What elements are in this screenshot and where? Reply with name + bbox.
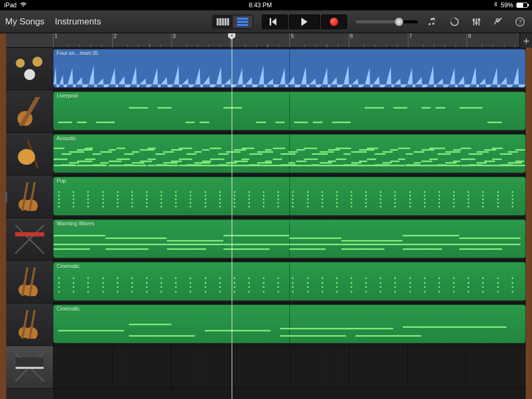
bar-number: 3: [173, 33, 176, 39]
region-title: Cinematic: [57, 263, 79, 269]
region-title: Liverpool: [57, 93, 78, 99]
wood-edge-left: [0, 33, 6, 399]
record-icon: [330, 18, 338, 26]
midi-region[interactable]: Pop: [53, 177, 526, 216]
bar-number: 6: [350, 33, 353, 39]
keyboard-icon: [14, 225, 45, 254]
help-button[interactable]: ?: [513, 15, 527, 29]
bar-number: 2: [114, 33, 117, 39]
midi-notes: [54, 230, 525, 255]
bar-number: 8: [468, 33, 471, 39]
bar-number: 5: [291, 33, 294, 39]
record-button[interactable]: [321, 15, 347, 29]
midi-notes: [54, 102, 525, 127]
track-header-drums[interactable]: [6, 48, 53, 90]
guitar-icon: [14, 140, 45, 168]
play-icon: [301, 18, 308, 26]
bar-number: 1: [55, 33, 58, 39]
wood-edge-right: [526, 33, 532, 399]
settings-button[interactable]: [491, 15, 505, 29]
bass-icon: [14, 97, 45, 126]
timeline: 1 2 3 4 5 6 7 8 ＋ 4 Four on…mset 05: [53, 33, 526, 399]
track-row[interactable]: Warming Waves: [53, 218, 526, 261]
battery-percent: 59%: [501, 2, 513, 9]
track-row[interactable]: Cinematic: [53, 303, 526, 346]
bar-number: 7: [409, 33, 413, 39]
midi-region[interactable]: Warming Waves: [53, 219, 526, 258]
region-title: Four on…mset 05: [57, 50, 98, 56]
midi-notes: [54, 188, 525, 212]
track-row[interactable]: Cinematic: [53, 261, 526, 303]
waveform-icon: [54, 61, 525, 88]
view-tracks[interactable]: [233, 16, 252, 28]
track-header-bass[interactable]: [6, 90, 53, 133]
instruments-button[interactable]: Instruments: [55, 17, 101, 27]
strings-icon: [14, 310, 45, 339]
midi-notes: [54, 145, 525, 169]
loop-browser-button[interactable]: [448, 15, 461, 29]
track-row-empty[interactable]: [53, 346, 526, 389]
synth-icon: [14, 353, 45, 381]
midi-region[interactable]: Liverpool: [53, 91, 526, 130]
svg-point-7: [478, 19, 480, 20]
region-title: Warming Waves: [57, 221, 95, 227]
tracks-area[interactable]: Four on…mset 05 Liverpool: [53, 48, 526, 399]
midi-region[interactable]: Cinematic: [53, 262, 526, 301]
track-headers: [6, 33, 53, 399]
mixer-button[interactable]: [470, 15, 483, 29]
battery-icon: [516, 3, 528, 8]
strings-icon: [14, 268, 45, 296]
bluetooth-icon: [494, 2, 498, 9]
piano-icon: [217, 18, 229, 25]
ruler[interactable]: 1 2 3 4 5 6 7 8 ＋: [53, 33, 526, 48]
track-row[interactable]: Liverpool: [53, 90, 526, 133]
track-header-keys[interactable]: [6, 218, 53, 261]
midi-region[interactable]: Cinematic: [53, 304, 526, 343]
svg-rect-0: [270, 18, 271, 25]
ruler-gutter: [6, 33, 53, 48]
svg-point-5: [473, 19, 475, 21]
my-songs-button[interactable]: My Songs: [5, 17, 45, 27]
wifi-icon: [20, 2, 27, 9]
tracks-icon: [237, 18, 248, 26]
track-header-strings-1[interactable]: [6, 176, 53, 218]
track-header-strings-2[interactable]: [6, 261, 53, 303]
drums-icon: [14, 55, 45, 83]
track-header-synth[interactable]: [6, 346, 53, 389]
add-section-button[interactable]: ＋: [520, 33, 532, 48]
rewind-button[interactable]: [262, 15, 288, 29]
device-label: iPad: [4, 2, 17, 9]
audio-region[interactable]: Four on…mset 05: [53, 49, 526, 88]
track-row[interactable]: Four on…mset 05: [53, 48, 526, 90]
clock: 8:43 PM: [249, 2, 272, 9]
play-button[interactable]: [289, 15, 320, 29]
transport: [262, 15, 347, 29]
view-segmented-control: [212, 15, 254, 29]
track-header-strings-3[interactable]: [6, 303, 53, 346]
midi-notes: [54, 315, 525, 340]
apple-loops-button[interactable]: [426, 15, 440, 29]
strings-icon: [14, 182, 45, 211]
track-row[interactable]: Acoustic: [53, 133, 526, 176]
region-title: Acoustic: [57, 136, 76, 141]
status-bar: iPad 8:43 PM 59%: [0, 0, 532, 10]
svg-text:?: ?: [518, 19, 522, 25]
playhead[interactable]: 4: [232, 33, 232, 399]
track-header-guitar[interactable]: [6, 133, 53, 176]
track-row[interactable]: Pop: [53, 176, 526, 218]
region-title: Cinematic: [57, 306, 79, 312]
midi-region[interactable]: Acoustic: [53, 134, 526, 173]
svg-point-6: [476, 22, 477, 23]
region-title: Pop: [57, 178, 66, 184]
resize-handle-icon[interactable]: [5, 192, 7, 203]
view-instrument[interactable]: [213, 16, 233, 28]
volume-slider[interactable]: [355, 20, 418, 23]
midi-notes: [54, 273, 525, 297]
toolbar: My Songs Instruments ?: [0, 10, 532, 33]
